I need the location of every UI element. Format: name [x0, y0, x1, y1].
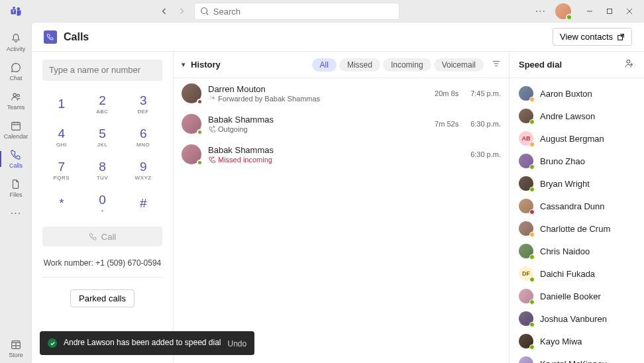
nav-forward-button[interactable] — [174, 4, 189, 19]
key-number: # — [140, 196, 147, 211]
svg-point-5 — [13, 93, 17, 97]
bell-icon — [10, 32, 22, 44]
dialpad-key-9[interactable]: 9WXYZ — [124, 155, 162, 185]
rail-label: Calls — [9, 162, 23, 169]
page-header: Calls View contacts — [32, 23, 644, 52]
presence-badge — [197, 160, 203, 166]
key-letters: PQRS — [53, 175, 70, 181]
search-box[interactable] — [194, 3, 400, 20]
rail-calls[interactable]: Calls — [0, 144, 32, 174]
filter-icon[interactable] — [492, 59, 501, 70]
content-row: 12ABC3DEF4GHI5JKL6MNO7PQRS8TUV9WXYZ*0+# … — [32, 52, 644, 363]
minimize-button[interactable] — [580, 3, 599, 19]
avatar — [519, 289, 533, 303]
call-button[interactable]: Call — [42, 227, 162, 246]
key-letters: TUV — [97, 175, 109, 181]
view-contacts-button[interactable]: View contacts — [553, 28, 632, 46]
title-bar: ··· — [0, 0, 644, 23]
key-letters: ABC — [97, 109, 109, 115]
rail-label: Store — [9, 352, 23, 358]
dialpad-key-*[interactable]: * — [42, 188, 81, 219]
close-button[interactable] — [620, 3, 639, 19]
dialpad-key-1[interactable]: 1 — [42, 89, 81, 119]
call-time: 6:30 p.m. — [470, 150, 501, 158]
filter-incoming[interactable]: Incoming — [383, 58, 431, 72]
svg-point-1 — [13, 7, 15, 9]
phone-icon — [10, 149, 22, 161]
speed-dial-item[interactable]: Danielle Booker — [510, 285, 644, 307]
nav-back-button[interactable] — [157, 4, 172, 19]
speed-dial-item[interactable]: Aaron Buxton — [510, 82, 644, 105]
rail-label: Calendar — [4, 133, 28, 140]
speed-dial-item[interactable]: Bruno Zhao — [510, 150, 644, 172]
toast-notification: Andre Lawson has been added to speed dia… — [40, 331, 254, 355]
speed-dial-item[interactable]: Chris Naidoo — [510, 240, 644, 262]
user-avatar[interactable] — [555, 3, 571, 19]
dialpad-key-0[interactable]: 0+ — [83, 188, 122, 219]
dialpad-key-4[interactable]: 4GHI — [42, 122, 81, 152]
dialpad-key-8[interactable]: 8TUV — [83, 155, 122, 185]
presence-badge — [529, 232, 535, 237]
speed-dial-item[interactable]: ABAugust Bergman — [510, 127, 644, 150]
view-contacts-label: View contacts — [560, 32, 613, 42]
contact-name: Krystal McKinney — [540, 359, 606, 364]
store-icon — [10, 338, 22, 350]
speed-dial-header: Speed dial — [510, 52, 644, 78]
svg-point-6 — [17, 94, 20, 97]
avatar — [519, 221, 533, 236]
chevron-down-icon[interactable]: ▾ — [182, 60, 186, 69]
call-label: Call — [101, 232, 116, 242]
filter-missed[interactable]: Missed — [339, 58, 380, 72]
speed-dial-item[interactable]: Andre Lawson — [510, 105, 644, 127]
rail-calendar[interactable]: Calendar — [0, 115, 32, 144]
call-history-row[interactable]: Babak ShammasOutgoing7m 52s6:30 p.m. — [174, 109, 509, 139]
undo-button[interactable]: Undo — [228, 339, 247, 348]
speed-dial-item[interactable]: Charlotte de Crum — [510, 217, 644, 240]
dialpad-key-2[interactable]: 2ABC — [83, 89, 122, 119]
rail-more[interactable]: ··· — [0, 203, 32, 224]
speed-dial-item[interactable]: Kayo Miwa — [510, 330, 644, 352]
call-meta: 20m 8s7:45 p.m. — [421, 89, 501, 97]
add-speed-dial-button[interactable] — [624, 58, 635, 71]
rail-store[interactable]: Store — [0, 334, 32, 363]
presence-badge — [566, 14, 572, 21]
call-history-row[interactable]: Darren MoutonForwarded by Babak Shammas2… — [174, 78, 509, 109]
avatar: DF — [519, 266, 533, 281]
maximize-button[interactable] — [600, 3, 619, 19]
dial-input[interactable] — [42, 60, 162, 81]
filter-all[interactable]: All — [312, 58, 337, 72]
speed-dial-item[interactable]: DFDaichi Fukada — [510, 262, 644, 285]
rail-activity[interactable]: Activity — [0, 28, 32, 57]
dialpad-key-5[interactable]: 5JKL — [83, 122, 122, 152]
file-icon — [10, 178, 22, 190]
rail-files[interactable]: Files — [0, 174, 32, 203]
speed-dial-item[interactable]: Joshua Vanburen — [510, 307, 644, 330]
checkmark-icon — [48, 338, 57, 348]
rail-chat[interactable]: Chat — [0, 57, 32, 86]
speed-dial-list: Aaron BuxtonAndre LawsonABAugust Bergman… — [510, 78, 644, 363]
caller-name: Babak Shammas — [208, 145, 415, 155]
search-icon — [200, 7, 209, 16]
call-meta: 6:30 p.m. — [421, 150, 501, 158]
filter-voicemail[interactable]: Voicemail — [434, 58, 484, 72]
search-input[interactable] — [213, 7, 394, 17]
dialpad-key-#[interactable]: # — [124, 188, 162, 219]
key-number: 8 — [99, 160, 106, 174]
call-detail: Missed incoming — [208, 156, 415, 164]
key-letters: GHI — [56, 142, 67, 148]
key-number: 9 — [140, 160, 147, 174]
speed-dial-item[interactable]: Bryan Wright — [510, 172, 644, 195]
call-history-row[interactable]: Babak ShammasMissed incoming6:30 p.m. — [174, 139, 509, 170]
dialpad-key-6[interactable]: 6MNO — [124, 122, 162, 152]
dialpad-key-7[interactable]: 7PQRS — [42, 155, 81, 185]
svg-point-10 — [627, 60, 630, 63]
contact-name: Danielle Booker — [540, 291, 601, 301]
call-info: Babak ShammasOutgoing — [208, 115, 415, 134]
speed-dial-item[interactable]: Cassandra Dunn — [510, 195, 644, 217]
rail-teams[interactable]: Teams — [0, 86, 32, 115]
more-button[interactable]: ··· — [533, 5, 549, 17]
dialpad-key-3[interactable]: 3DEF — [124, 89, 162, 119]
avatar: AB — [519, 131, 533, 146]
parked-calls-button[interactable]: Parked calls — [70, 289, 134, 307]
speed-dial-item[interactable]: Krystal McKinney — [510, 352, 644, 363]
